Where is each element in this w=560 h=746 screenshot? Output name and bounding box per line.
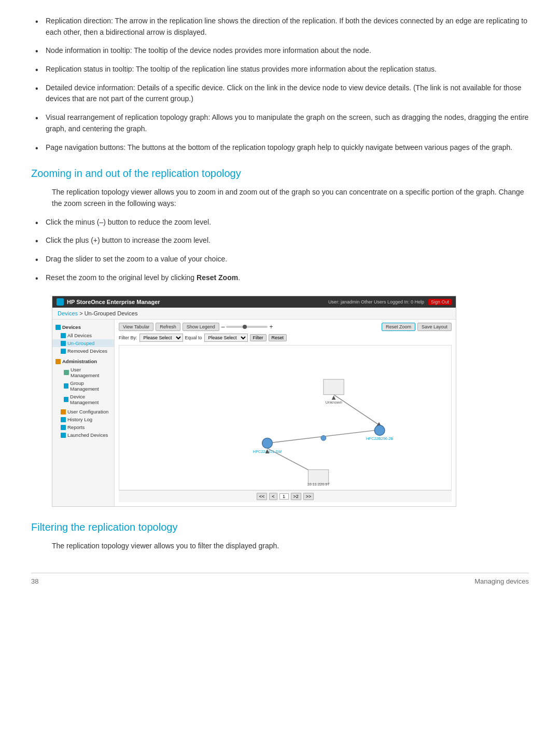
zoom-slider-thumb	[243, 325, 247, 329]
equal-to-label: Equal to	[185, 335, 202, 340]
history-log-icon	[61, 417, 66, 422]
first-page-button[interactable]: <<	[257, 493, 268, 500]
hp-pagination: << < >2 >>	[119, 490, 452, 502]
all-devices-icon	[61, 333, 66, 338]
mid-node	[321, 436, 326, 441]
user-mgmt-label: User Management	[71, 367, 111, 378]
group-mgmt-label: Group Management	[70, 380, 111, 392]
sidebar-item-user-mgmt[interactable]: User Management	[52, 366, 114, 379]
filter-intro: The replication topology viewer allows y…	[52, 541, 529, 552]
un-grouped-icon	[61, 341, 66, 346]
footer-label: Managing devices	[474, 577, 529, 585]
zoom-intro: The replication topology viewer allows y…	[52, 187, 529, 209]
breadcrumb: Devices > Un-Grouped Devices	[52, 308, 456, 320]
removed-devices-label: Removed Devices	[67, 348, 107, 354]
removed-devices-icon	[61, 349, 66, 354]
sidebar-item-launched-devices[interactable]: Launched Devices	[52, 431, 114, 439]
sidebar-item-user-config[interactable]: User Configuration	[52, 408, 114, 416]
topbar-user-info: User: janadmin Other Users Logged In: 0 …	[328, 299, 424, 305]
user-config-label: User Configuration	[67, 409, 108, 415]
node2-label: HPC22B296-2B	[366, 437, 394, 441]
prev-page-button[interactable]: <	[269, 493, 277, 500]
bullet-item: Replication direction: The arrow in the …	[31, 16, 529, 38]
unknown-label: Unknown	[325, 400, 342, 405]
hp-content-area: Devices All Devices Un-Grouped Removed D…	[52, 320, 456, 506]
plus-icon[interactable]: +	[269, 323, 273, 330]
breadcrumb-devices-link[interactable]: Devices	[58, 310, 78, 316]
hp-toolbar: View Tabular Refresh Show Legend – + Res…	[119, 323, 452, 331]
hp-graph-area[interactable]: Unknown HPC22A411-SW HPC22B296-2B	[119, 345, 452, 490]
sidebar-section-admin: Administration	[52, 357, 114, 366]
reports-icon	[61, 425, 66, 430]
save-layout-button[interactable]: Save Layout	[417, 323, 452, 331]
edge-node1-node2	[268, 431, 375, 444]
sidebar-item-removed-devices[interactable]: Removed Devices	[52, 347, 114, 355]
unknown-node	[324, 379, 344, 395]
unknown-arrow-down	[332, 396, 336, 400]
zoom-section-heading: Zooming in and out of the replication to…	[31, 168, 529, 179]
zoom-bullet-1: Click the minus (–) button to reduce the…	[31, 217, 529, 228]
zoom-bullet-2: Click the plus (+) button to increase th…	[31, 235, 529, 246]
edge-unknown-node2	[334, 395, 380, 425]
sidebar-devices-label: Devices	[62, 324, 81, 330]
bullet-item: Page navigation buttons: The buttons at …	[31, 142, 529, 154]
footer-page-num: 38	[31, 577, 38, 585]
sidebar-admin-label: Administration	[62, 358, 97, 364]
launched-devices-label: Launched Devices	[67, 432, 108, 438]
node3-label: 10.11.220.97	[307, 482, 329, 487]
last-page-button[interactable]: >>	[303, 493, 314, 500]
sidebar-item-history-log[interactable]: History Log	[52, 416, 114, 423]
sidebar-item-reports[interactable]: Reports	[52, 423, 114, 431]
filter-reset-button[interactable]: Reset	[269, 334, 287, 341]
zoom-bullet-list: Click the minus (–) button to reduce the…	[31, 217, 529, 284]
hp-main-panel: View Tabular Refresh Show Legend – + Res…	[115, 320, 456, 506]
screenshot-container: HP StoreOnce Enterprise Manager User: ja…	[52, 296, 456, 507]
device-mgmt-label: Device Management	[70, 394, 111, 405]
view-tabular-button[interactable]: View Tabular	[119, 323, 153, 331]
zoom-bullet-4: Reset the zoom to the original level by …	[31, 272, 529, 284]
hp-topbar-left: HP StoreOnce Enterprise Manager	[57, 298, 160, 306]
zoom-slider-track[interactable]	[226, 326, 268, 328]
history-log-label: History Log	[67, 417, 92, 422]
refresh-button[interactable]: Refresh	[156, 323, 180, 331]
sidebar-item-all-devices[interactable]: All Devices	[52, 331, 114, 339]
launched-devices-icon	[61, 433, 66, 438]
all-devices-label: All Devices	[67, 333, 92, 338]
filter-select-1[interactable]: Please Select	[139, 334, 183, 342]
filter-button[interactable]: Filter	[250, 334, 267, 341]
node1-circle[interactable]	[262, 438, 273, 449]
hp-sidebar: Devices All Devices Un-Grouped Removed D…	[52, 320, 115, 506]
app-title: HP StoreOnce Enterprise Manager	[67, 299, 160, 305]
filter-label: Filter By:	[119, 335, 137, 340]
devices-section-icon	[55, 325, 61, 330]
page-container: Replication direction: The arrow in the …	[0, 0, 560, 616]
bullet-item: Visual rearrangement of replication topo…	[31, 112, 529, 134]
node2-circle[interactable]	[374, 425, 385, 436]
user-mgmt-icon	[64, 370, 69, 375]
topology-graph-svg: Unknown HPC22A411-SW HPC22B296-2B	[119, 346, 451, 490]
breadcrumb-separator: >	[79, 310, 84, 316]
hp-topbar-right: User: janadmin Other Users Logged In: 0 …	[328, 299, 452, 305]
breadcrumb-current: Un-Grouped Devices	[85, 310, 138, 316]
sign-out-button[interactable]: Sign Out	[428, 299, 452, 305]
filter-section-heading: Filtering the replication topology	[31, 521, 529, 533]
bullet-item: Detailed device information: Details of …	[31, 82, 529, 105]
current-page-input[interactable]	[279, 493, 289, 500]
admin-section-icon	[55, 359, 61, 364]
next-page-button[interactable]: >2	[291, 493, 301, 500]
hp-logo-icon	[57, 298, 64, 306]
page-footer: 38 Managing devices	[31, 573, 529, 585]
hp-filter-bar: Filter By: Please Select Equal to Please…	[119, 334, 452, 342]
sidebar-item-group-mgmt[interactable]: Group Management	[52, 379, 114, 393]
sidebar-section-devices: Devices	[52, 323, 114, 331]
sidebar-item-un-grouped[interactable]: Un-Grouped	[52, 339, 114, 347]
sidebar-item-device-mgmt[interactable]: Device Management	[52, 393, 114, 406]
reset-zoom-button[interactable]: Reset Zoom	[382, 323, 415, 331]
show-legend-button[interactable]: Show Legend	[183, 323, 219, 331]
reset-zoom-bold: Reset Zoom	[197, 273, 238, 282]
filter-select-2[interactable]: Please Select	[204, 334, 248, 342]
minus-icon[interactable]: –	[221, 323, 225, 330]
un-grouped-label: Un-Grouped	[67, 340, 94, 346]
reports-label: Reports	[67, 424, 85, 430]
top-bullet-list: Replication direction: The arrow in the …	[31, 16, 529, 153]
